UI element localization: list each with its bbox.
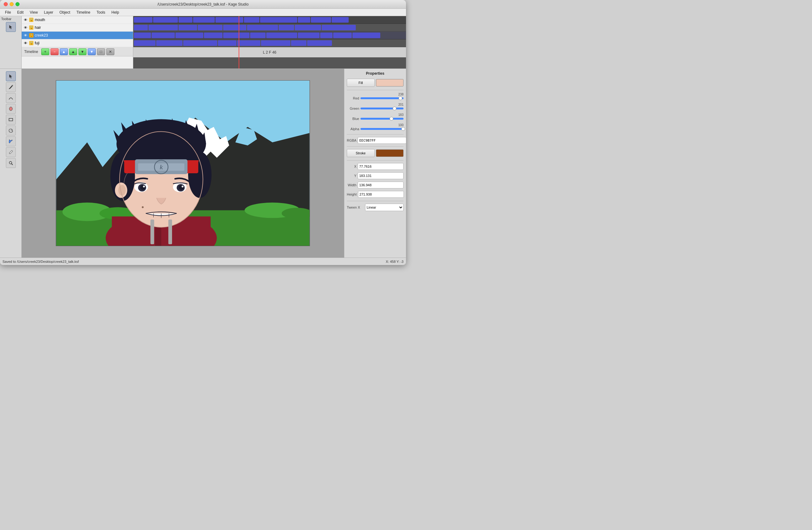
svg-rect-2 [9,118,13,121]
main-layout: Toolbar 👁 🔒 mouth 👁 🔒 hair 👁 🔒 creek23 [0,16,406,265]
eye-icon-mouth[interactable]: 👁 [23,17,28,22]
timeline-label: Timeline [24,49,38,54]
x-label: X [347,164,357,168]
x-input[interactable] [358,163,404,170]
window-title: /Users/creek23/Desktop/creek23_talk.ksf … [157,2,249,6]
canvas-area[interactable]: k [22,69,344,258]
minimize-button[interactable] [10,2,14,6]
divider-2 [347,134,404,134]
menu-object[interactable]: Object [57,10,73,15]
lock-icon-hair[interactable]: 🔒 [29,25,33,30]
svg-point-1 [9,107,12,111]
layer-name-fuji: fuji [35,41,132,45]
timeline-track-area[interactable]: L 2 F 46 [133,16,406,69]
timeline-remove-btn[interactable]: − [50,48,59,55]
layer-row-hair[interactable]: 👁 🔒 hair [22,24,133,32]
svg-point-41 [141,185,145,190]
fill-button[interactable]: Fill [347,79,375,87]
timeline-controls: Timeline + − ▲ ▲ ▼ ▼ □ ✕ [22,47,133,56]
green-slider-thumb[interactable] [393,106,396,110]
fill-row: Fill [347,79,404,87]
menu-tools[interactable]: Tools [94,10,107,15]
rgba-input[interactable] [358,137,406,144]
red-slider-track[interactable] [360,97,404,99]
timeline-delete-btn[interactable]: ✕ [106,48,114,55]
stroke-color-swatch[interactable] [376,149,404,157]
timeline-move-down-btn[interactable]: ▼ [78,48,86,55]
green-slider-track[interactable] [360,108,404,110]
blue-slider-row: Blue [347,117,404,120]
stroke-button[interactable]: Stroke [347,149,375,157]
eyedropper-tool[interactable] [6,147,16,157]
menu-help[interactable]: Help [109,10,121,15]
zoom-tool[interactable] [6,158,16,168]
svg-point-52 [142,206,144,208]
divider-1 [347,90,404,90]
svg-point-0 [12,85,13,86]
timeline-move-up-btn[interactable]: ▲ [69,48,77,55]
properties-panel: Properties Fill 238 Red [344,69,406,258]
width-row: Width [347,182,404,188]
eye-icon-hair[interactable]: 👁 [23,25,28,30]
timeline-move-bottom-btn[interactable]: ▼ [88,48,96,55]
eye-icon-creek23[interactable]: 👁 [23,33,28,38]
blue-value: 183 [398,113,404,116]
rect-tool[interactable] [6,115,16,125]
menu-edit[interactable]: Edit [15,10,26,15]
alpha-slider-row: Alpha [347,127,404,131]
y-label: Y [347,174,357,177]
svg-rect-55 [168,219,172,244]
alpha-value: 100 [398,123,404,127]
bucket-tool[interactable] [6,137,16,146]
width-input[interactable] [358,182,404,188]
menu-timeline[interactable]: Timeline [74,10,93,15]
toolbar-label: Toolbar [0,17,12,21]
layer-row-creek23[interactable]: 👁 🔒 creek23 [22,32,133,39]
lock-icon-mouth[interactable]: 🔒 [29,18,33,22]
blue-slider-track[interactable] [360,118,404,120]
layer-row-fuji[interactable]: 👁 🔒 fuji [22,39,133,47]
red-slider-thumb[interactable] [398,96,402,100]
blue-slider-section: 183 Blue [347,113,404,121]
layer-row-mouth[interactable]: 👁 🔒 mouth [22,16,133,24]
lock-icon-creek23[interactable]: 🔒 [29,33,33,38]
stroke-row: Stroke [347,149,404,157]
width-label: Width [347,183,357,187]
menu-file[interactable]: File [2,10,13,15]
timeline-move-top-btn[interactable]: ▲ [60,48,68,55]
blue-slider-thumb[interactable] [390,117,393,120]
timeline-add-btn[interactable]: + [41,48,49,55]
svg-point-46 [182,186,184,187]
status-bar: Saved to /Users/creek23/Desktop/creek23_… [0,258,406,265]
title-bar: /Users/creek23/Desktop/creek23_talk.ksf … [0,0,406,9]
rgba-label: RGBA [347,139,357,142]
pen-tool[interactable] [6,82,16,92]
red-label: Red [347,96,359,100]
y-input[interactable] [358,172,404,179]
alpha-slider-thumb[interactable] [401,127,405,131]
arrow-tool[interactable] [6,71,16,81]
fill-color-swatch[interactable] [376,79,404,86]
lock-icon-fuji[interactable]: 🔒 [29,41,33,45]
close-button[interactable] [4,2,8,6]
svg-point-3 [9,161,12,164]
green-slider-row: Green [347,106,404,110]
maximize-button[interactable] [15,2,19,6]
paint-tool[interactable] [6,104,16,114]
eye-icon-fuji[interactable]: 👁 [23,41,28,46]
tween-x-select[interactable]: Linear Ease In Ease Out Ease In Out None [365,204,404,211]
svg-point-42 [143,186,145,187]
alpha-slider-track[interactable] [360,128,404,130]
height-input[interactable] [358,191,404,198]
spiral-tool[interactable] [6,126,16,135]
menu-view[interactable]: View [27,10,40,15]
menu-layer[interactable]: Layer [42,10,56,15]
svg-point-51 [118,185,126,196]
timeline-copy-btn[interactable]: □ [97,48,105,55]
middle-section: k [0,69,406,258]
bezier-tool[interactable] [6,93,16,103]
red-slider-row: Red [347,96,404,100]
select-tool[interactable] [6,22,16,32]
tween-x-row: Tween X Linear Ease In Ease Out Ease In … [347,204,404,211]
tween-x-label: Tween X [347,205,364,209]
